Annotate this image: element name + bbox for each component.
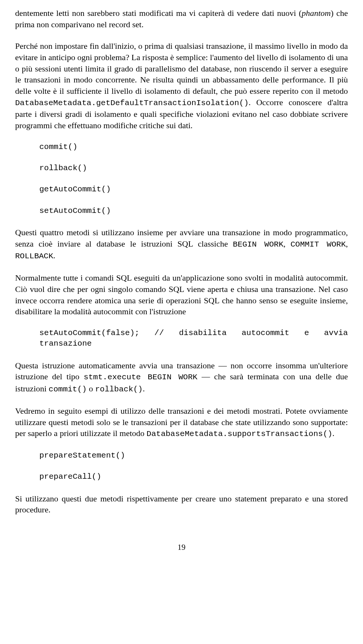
paragraph-isolation: Perché non impostare fin dall'inizio, o … [15,40,348,131]
code-method: prepareStatement() [39,450,348,461]
code-inline: COMMIT WORK [290,240,346,249]
code-inline: commit() [49,385,87,394]
code-method-list-1: commit() rollback() getAutoCommit() setA… [15,142,348,216]
paragraph-prepared-statement: Si utilizzano questi due metodi rispetti… [15,493,348,515]
code-method: commit() [39,142,348,152]
code-inline: BEGIN WORK [233,240,284,249]
code-inline: DatabaseMetadata.getDefaultTransaction­I… [15,99,249,107]
code-inline: stmt.execute BEGIN WORK [84,373,197,382]
paragraph-supports-transactions: Vedremo in seguito esempi di utilizzo de… [15,405,348,440]
italic-term: phantom [302,8,331,18]
code-method: prepareCall() [39,472,348,482]
paragraph-auto-transaction: Questa istruzione automaticamente avvia … [15,360,348,395]
code-method: rollback() [39,163,348,174]
code-inline: DatabaseMetadata.supports­Transactions() [147,430,332,438]
code-inline: rollback() [95,385,143,394]
code-inline: ROLLBACK [15,252,53,261]
code-method-list-2: prepareStatement() prepareCall() [15,450,348,483]
paragraph-phantom: dentemente letti non sarebbero stati mod… [15,8,348,30]
code-line-setautocommit: setAutoCommit(false); // disabilita auto… [15,328,348,349]
paragraph-four-methods: Questi quattro metodi si utilizzano insi… [15,227,348,262]
code-method: setAutoCommit() [39,206,348,216]
code-method: getAutoCommit() [39,184,348,195]
paragraph-autocommit: Normalmente tutte i comandi SQL eseguiti… [15,272,348,317]
page-number: 19 [15,542,348,552]
